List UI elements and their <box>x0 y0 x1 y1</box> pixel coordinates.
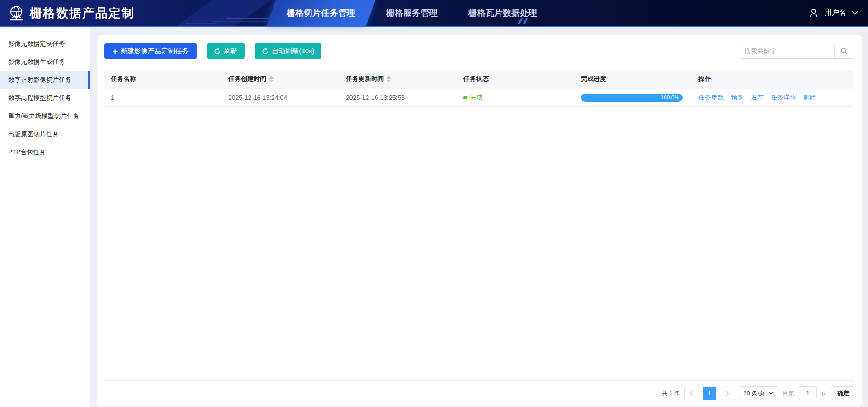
col-created-time: 任务创建时间 <box>222 70 340 89</box>
tab-label: 栅格瓦片数据处理 <box>468 7 537 19</box>
cell-task-name: 1 <box>104 89 222 106</box>
page-size-select[interactable]: 20 条/页 <box>739 386 778 400</box>
action-task-params-link[interactable]: 任务参数 <box>698 94 724 102</box>
tab-label: 栅格切片任务管理 <box>287 7 355 19</box>
search-group <box>740 44 854 59</box>
chevron-left-icon <box>689 391 693 396</box>
col-updated-time: 任务更新时间 <box>340 70 457 89</box>
search-icon <box>840 47 848 55</box>
col-task-status: 任务状态 <box>457 70 575 89</box>
total-count-label: 共 1 条 <box>662 389 680 398</box>
main-area: + 新建影像产品定制任务 刷新 自动刷新(30s) <box>90 28 868 407</box>
sort-created-icon[interactable] <box>269 76 274 82</box>
chevron-down-icon <box>852 11 858 15</box>
plus-icon: + <box>113 47 118 56</box>
tab-raster-slice-task-mgmt[interactable]: 栅格切片任务管理 <box>271 0 371 26</box>
content-card: + 新建影像产品定制任务 刷新 自动刷新(30s) <box>97 35 862 406</box>
status-dot-icon <box>463 96 467 99</box>
new-task-label: 新建影像产品定制任务 <box>121 47 189 56</box>
sidebar-item-dem-slice-task[interactable]: 数字高程模型切片任务 <box>0 89 90 107</box>
col-task-name: 任务名称 <box>104 70 222 89</box>
sidebar-item-dom-slice-task[interactable]: 数字正射影像切片任务 <box>0 71 90 89</box>
page-size-label: 20 条/页 <box>743 389 765 398</box>
sidebar-item-image-metadata-custom-task[interactable]: 影像元数据定制任务 <box>0 35 90 53</box>
action-publish-link[interactable]: 发布 <box>751 94 764 102</box>
toolbar: + 新建影像产品定制任务 刷新 自动刷新(30s) <box>97 35 862 59</box>
user-icon <box>808 8 819 19</box>
progress-bar: 100.0% <box>581 94 683 102</box>
empty-space <box>97 107 862 380</box>
pagination-bar: 共 1 条 1 20 条/页 到第 页 确定 <box>104 380 854 406</box>
action-preview-link[interactable]: 预览 <box>731 94 744 102</box>
col-actions: 操作 <box>692 70 854 89</box>
sidebar-item-ptp-package-task[interactable]: PTP合包任务 <box>0 143 90 161</box>
auto-refresh-button[interactable]: 自动刷新(30s) <box>255 43 321 59</box>
task-table: 任务名称 任务创建时间 任务更新时间 任务状态 完成进度 操作 <box>104 70 854 107</box>
app-header: 栅格数据产品定制 栅格切片任务管理 栅格服务管理 栅格瓦片数据处理 用户名 <box>0 0 868 27</box>
top-nav: 栅格切片任务管理 栅格服务管理 栅格瓦片数据处理 <box>271 0 552 26</box>
chevron-right-icon <box>725 391 730 396</box>
current-page-button[interactable]: 1 <box>703 387 716 400</box>
goto-confirm-button[interactable]: 确定 <box>832 386 854 400</box>
sidebar-item-image-metadata-generate-task[interactable]: 影像元数据生成任务 <box>0 53 90 71</box>
prev-page-button[interactable] <box>684 387 698 400</box>
cell-progress: 100.0% <box>575 89 692 106</box>
auto-refresh-label: 自动刷新(30s) <box>272 47 314 56</box>
goto-page-label: 到第 <box>783 389 794 398</box>
tab-label: 栅格服务管理 <box>386 7 438 19</box>
cell-updated-time: 2025-12-16 13:25:53 <box>340 89 457 106</box>
sort-updated-icon[interactable] <box>387 76 391 82</box>
globe-logo-icon <box>7 4 25 22</box>
app-title: 栅格数据产品定制 <box>30 5 135 21</box>
sidebar-item-published-map-slice-task[interactable]: 出版原图切片任务 <box>0 125 90 143</box>
action-delete-link[interactable]: 删除 <box>803 94 816 102</box>
table-header-row: 任务名称 任务创建时间 任务更新时间 任务状态 完成进度 操作 <box>104 70 854 89</box>
cell-created-time: 2025-12-16 13:24:04 <box>222 89 340 106</box>
user-menu[interactable]: 用户名 <box>808 0 858 26</box>
goto-page-input[interactable] <box>799 386 817 400</box>
refresh-label: 刷新 <box>224 47 237 56</box>
user-name: 用户名 <box>825 8 846 18</box>
cell-actions: 任务参数 预览 发布 任务详情 删除 <box>692 89 854 106</box>
refresh-icon <box>214 48 221 55</box>
status-text: 完成 <box>470 94 483 102</box>
search-input[interactable] <box>740 44 834 58</box>
new-task-button[interactable]: + 新建影像产品定制任务 <box>104 43 197 59</box>
page-unit-label: 页 <box>821 389 827 398</box>
tab-raster-service-mgmt[interactable]: 栅格服务管理 <box>371 0 453 26</box>
refresh-icon <box>262 48 269 55</box>
progress-label: 100.0% <box>660 95 683 101</box>
sidebar: 影像元数据定制任务 影像元数据生成任务 数字正射影像切片任务 数字高程模型切片任… <box>0 28 90 407</box>
search-button[interactable] <box>834 44 854 58</box>
sidebar-item-gravity-magnetic-slice-task[interactable]: 重力/磁力场模型切片任务 <box>0 107 90 125</box>
tab-raster-tile-data-processing[interactable]: 栅格瓦片数据处理 <box>453 0 552 26</box>
col-progress: 完成进度 <box>575 70 692 89</box>
chevron-down-icon <box>769 392 774 395</box>
refresh-button[interactable]: 刷新 <box>207 43 245 59</box>
brand: 栅格数据产品定制 <box>0 4 135 22</box>
action-task-detail-link[interactable]: 任务详情 <box>771 94 796 102</box>
table-row: 1 2025-12-16 13:24:04 2025-12-16 13:25:5… <box>104 89 854 107</box>
next-page-button[interactable] <box>721 387 734 400</box>
cell-task-status: 完成 <box>457 89 575 106</box>
